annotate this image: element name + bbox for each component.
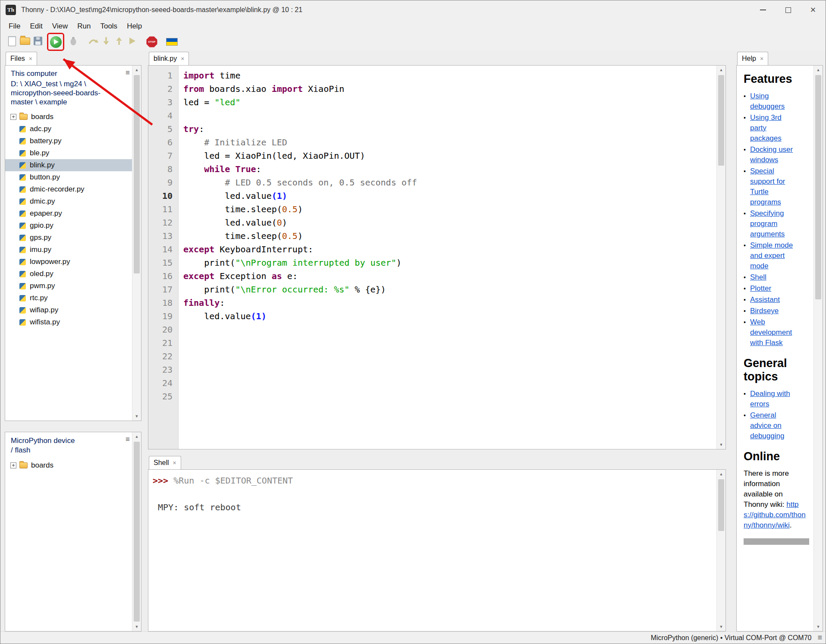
- device-title[interactable]: MicroPython device: [11, 436, 121, 446]
- help-link[interactable]: Using debuggers: [750, 91, 798, 112]
- tree-item-adc.py[interactable]: adc.py: [5, 123, 132, 135]
- scroll-up-icon[interactable]: ▲: [132, 66, 141, 74]
- scroll-down-icon[interactable]: ▼: [814, 622, 823, 631]
- tree-item-boards[interactable]: +boards: [5, 111, 132, 123]
- step-out-button[interactable]: [113, 35, 126, 49]
- tab-blink-py[interactable]: blink.py ×: [149, 52, 189, 65]
- tree-item-button.py[interactable]: button.py: [5, 171, 132, 183]
- expand-icon[interactable]: +: [10, 462, 16, 468]
- maximize-button[interactable]: [776, 0, 801, 19]
- files-scrollbar[interactable]: ▲ ▼: [132, 66, 141, 421]
- wiki-link[interactable]: https://github.com/thonny/thonny/wiki: [744, 500, 806, 529]
- scroll-up-icon[interactable]: ▲: [717, 66, 725, 74]
- shell-output[interactable]: >>> %Run -c $EDITOR_CONTENT MPY: soft re…: [148, 470, 716, 631]
- scroll-thumb[interactable]: [718, 479, 724, 531]
- code-area[interactable]: import timefrom boards.xiao import XiaoP…: [179, 66, 716, 449]
- status-menu-icon[interactable]: ≡: [817, 633, 822, 642]
- python-file-icon: [19, 223, 26, 229]
- this-computer-label[interactable]: This computer: [11, 69, 121, 78]
- scroll-up-icon[interactable]: ▲: [132, 432, 141, 441]
- help-link[interactable]: Docking user windows: [750, 145, 798, 165]
- device-subtitle[interactable]: / flash: [11, 446, 121, 455]
- panel-menu-icon[interactable]: ≡: [126, 435, 130, 444]
- resume-button[interactable]: [126, 35, 138, 49]
- device-scrollbar[interactable]: ▲ ▼: [132, 432, 141, 631]
- tree-item-ble.py[interactable]: ble.py: [5, 147, 132, 159]
- scroll-up-icon[interactable]: ▲: [814, 66, 823, 74]
- help-link[interactable]: Using 3rd party packages: [750, 113, 798, 144]
- close-button[interactable]: ×: [801, 0, 826, 19]
- menu-file[interactable]: File: [4, 21, 25, 32]
- scroll-thumb[interactable]: [134, 442, 140, 622]
- help-link[interactable]: Special support for Turtle programs: [750, 166, 798, 207]
- editor-scrollbar[interactable]: ▲ ▼: [716, 66, 725, 449]
- help-scrollbar[interactable]: ▲ ▼: [813, 66, 823, 631]
- menu-tools[interactable]: Tools: [95, 21, 122, 32]
- tree-item-imu.py[interactable]: imu.py: [5, 244, 132, 256]
- scroll-down-icon[interactable]: ▼: [132, 412, 141, 421]
- tree-item-pwm.py[interactable]: pwm.py: [5, 280, 132, 292]
- tree-item-gps.py[interactable]: gps.py: [5, 232, 132, 244]
- ukraine-flag-icon: [166, 38, 178, 46]
- run-button[interactable]: [49, 35, 62, 49]
- new-file-button[interactable]: [6, 35, 19, 49]
- tab-files[interactable]: Files ×: [6, 52, 37, 65]
- step-into-button[interactable]: [100, 35, 113, 49]
- menu-help[interactable]: Help: [122, 21, 147, 32]
- menu-view[interactable]: View: [47, 21, 73, 32]
- close-icon[interactable]: ×: [173, 459, 176, 466]
- help-list-item: •General advice on debugging: [744, 410, 812, 441]
- debug-button[interactable]: [67, 35, 80, 49]
- tree-item-dmic.py[interactable]: dmic.py: [5, 195, 132, 207]
- step-over-button[interactable]: [87, 35, 100, 49]
- tree-item-blink.py[interactable]: blink.py: [5, 159, 132, 171]
- scroll-thumb[interactable]: [815, 75, 821, 299]
- tree-item-battery.py[interactable]: battery.py: [5, 135, 132, 147]
- help-horizontal-scrollbar[interactable]: [744, 538, 809, 545]
- tree-item-wifista.py[interactable]: wifista.py: [5, 316, 132, 328]
- minimize-button[interactable]: [751, 0, 776, 19]
- close-icon[interactable]: ×: [181, 55, 184, 62]
- panel-menu-icon[interactable]: ≡: [126, 69, 130, 77]
- tree-item-rtc.py[interactable]: rtc.py: [5, 292, 132, 304]
- help-link[interactable]: Plotter: [750, 283, 798, 294]
- help-link[interactable]: Simple mode and expert mode: [750, 240, 798, 271]
- tab-help[interactable]: Help ×: [737, 52, 768, 65]
- help-link[interactable]: Birdseye: [750, 306, 798, 316]
- help-link[interactable]: Specifying program arguments: [750, 208, 798, 239]
- python-file-icon: [19, 210, 26, 217]
- current-path[interactable]: D: \ XIAO_test \ mg24 \ micropython-seee…: [11, 79, 102, 107]
- open-file-button[interactable]: [19, 35, 31, 49]
- tree-item-gpio.py[interactable]: gpio.py: [5, 220, 132, 232]
- tree-item-dmic-recorder.py[interactable]: dmic-recorder.py: [5, 183, 132, 195]
- close-icon[interactable]: ×: [760, 55, 763, 62]
- save-file-button[interactable]: [31, 35, 44, 49]
- line-number: 14: [148, 243, 178, 256]
- shell-scrollbar[interactable]: ▲ ▼: [716, 470, 725, 631]
- scroll-down-icon[interactable]: ▼: [717, 440, 725, 449]
- tree-item-boards[interactable]: +boards: [5, 459, 132, 471]
- stop-button[interactable]: STOP: [145, 35, 158, 49]
- line-number: 23: [148, 363, 178, 377]
- tree-item-wifiap.py[interactable]: wifiap.py: [5, 304, 132, 316]
- support-ukraine-button[interactable]: [165, 35, 178, 49]
- menu-edit[interactable]: Edit: [25, 21, 47, 32]
- tree-item-label: imu.py: [30, 245, 51, 254]
- tab-shell[interactable]: Shell ×: [149, 456, 181, 469]
- scroll-up-icon[interactable]: ▲: [717, 470, 725, 478]
- help-link[interactable]: Shell: [750, 272, 798, 283]
- close-icon[interactable]: ×: [29, 55, 32, 62]
- scroll-down-icon[interactable]: ▼: [717, 622, 725, 631]
- tree-item-epaper.py[interactable]: epaper.py: [5, 207, 132, 220]
- scroll-thumb[interactable]: [134, 75, 140, 273]
- scroll-down-icon[interactable]: ▼: [132, 622, 141, 631]
- tree-item-oled.py[interactable]: oled.py: [5, 268, 132, 280]
- expand-icon[interactable]: +: [10, 114, 16, 120]
- scroll-thumb[interactable]: [718, 75, 724, 166]
- help-link[interactable]: General advice on debugging: [750, 410, 798, 441]
- tree-item-lowpower.py[interactable]: lowpower.py: [5, 256, 132, 268]
- help-link[interactable]: Assistant: [750, 295, 798, 305]
- menu-run[interactable]: Run: [72, 21, 95, 32]
- help-link[interactable]: Web development with Flask: [750, 317, 798, 348]
- help-link[interactable]: Dealing with errors: [750, 389, 798, 409]
